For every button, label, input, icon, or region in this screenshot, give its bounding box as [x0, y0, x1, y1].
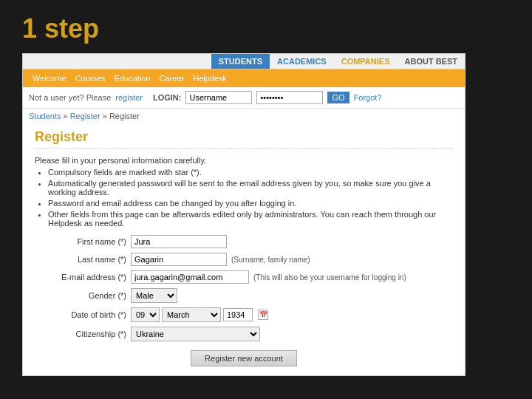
register-link[interactable]: register — [115, 93, 143, 102]
input-email[interactable] — [131, 270, 249, 284]
go-button[interactable]: GO — [327, 92, 349, 103]
breadcrumb-sep1: » — [63, 112, 69, 120]
nav-tabs: STUDENTS ACADEMICS COMPANIES ABOUT BEST — [23, 54, 465, 69]
instruction-4: Other fields from this page can be after… — [48, 210, 453, 228]
login-bar: Not a user yet? Please register LOGIN: G… — [23, 87, 465, 109]
calendar-icon[interactable]: 📅 — [258, 310, 268, 320]
not-user-text: Not a user yet? Please — [29, 93, 111, 102]
tab-companies[interactable]: COMPANIES — [334, 54, 398, 69]
tab-about[interactable]: ABOUT BEST — [398, 54, 466, 69]
form-row-dob: Date of birth (*) 09 0102030405 06070810… — [35, 307, 453, 322]
tab-students[interactable]: STUDENTS — [211, 54, 270, 69]
form-row-email: E-mail address (*) (This will also be yo… — [35, 270, 453, 284]
menu-welcome[interactable]: Welcome — [29, 72, 70, 84]
instructions: Please fill in your personal information… — [35, 156, 453, 228]
select-month[interactable]: March JanuaryFebruaryAprilMay JuneJulyAu… — [162, 307, 221, 322]
label-lastname: Last name (*) — [35, 255, 131, 264]
breadcrumb-register1[interactable]: Register — [70, 112, 100, 120]
select-citizenship[interactable]: Ukraine Germany France Spain Italy Polan… — [131, 327, 260, 341]
breadcrumb: Students » Register » Register — [23, 109, 465, 123]
breadcrumb-sep2: » — [103, 112, 109, 120]
input-lastname[interactable] — [131, 253, 227, 266]
menu-career[interactable]: Career — [156, 72, 188, 84]
select-gender[interactable]: Male Female — [131, 288, 177, 303]
browser-window: STUDENTS ACADEMICS COMPANIES ABOUT BEST … — [22, 53, 466, 376]
form-row-gender: Gender (*) Male Female — [35, 288, 453, 303]
register-button[interactable]: Register new account — [191, 350, 297, 366]
form-row-citizenship: Citizenship (*) Ukraine Germany France S… — [35, 327, 453, 341]
label-firstname: First name (*) — [35, 237, 131, 246]
register-form: First name (*) Last name (*) (Surname, f… — [35, 235, 453, 366]
forgot-link[interactable]: Forgot? — [354, 93, 382, 102]
hint-email: (This will also be your username for log… — [253, 273, 406, 282]
breadcrumb-students[interactable]: Students — [29, 112, 61, 120]
menu-courses[interactable]: Courses — [72, 72, 109, 84]
label-dob: Date of birth (*) — [35, 310, 131, 319]
select-day[interactable]: 09 0102030405 0607081011 — [131, 307, 160, 322]
breadcrumb-register2: Register — [109, 112, 140, 120]
instructions-intro: Please fill in your personal information… — [35, 156, 206, 165]
tab-academics[interactable]: ACADEMICS — [270, 54, 334, 69]
input-year[interactable] — [223, 308, 253, 321]
password-input[interactable] — [256, 91, 323, 104]
instructions-list: Compulsory fields are marked with star (… — [48, 168, 453, 228]
instruction-2: Automatically generated password will be… — [48, 179, 453, 197]
menu-education[interactable]: Education — [111, 72, 154, 84]
hint-lastname: (Surname, family name) — [231, 256, 310, 264]
page-content: Register Please fill in your personal in… — [23, 123, 465, 375]
page-title: Register — [35, 129, 453, 149]
form-row-firstname: First name (*) — [35, 235, 453, 248]
label-gender: Gender (*) — [35, 291, 131, 300]
instruction-1: Compulsory fields are marked with star (… — [48, 168, 453, 177]
instruction-3: Password and email address can be change… — [48, 199, 453, 208]
menu-helpdesk[interactable]: Helpdesk — [189, 72, 231, 84]
step-title: 1 step — [0, 0, 532, 53]
menu-bar: Welcome Courses Education Career Helpdes… — [23, 69, 465, 87]
label-citizenship: Citizenship (*) — [35, 330, 131, 338]
input-firstname[interactable] — [131, 235, 227, 248]
register-btn-wrap: Register new account — [35, 350, 453, 366]
form-row-lastname: Last name (*) (Surname, family name) — [35, 253, 453, 266]
login-label: LOGIN: — [153, 93, 182, 102]
date-row: 09 0102030405 0607081011 March JanuaryFe… — [131, 307, 268, 322]
username-input[interactable] — [185, 91, 252, 104]
label-email: E-mail address (*) — [35, 273, 131, 282]
